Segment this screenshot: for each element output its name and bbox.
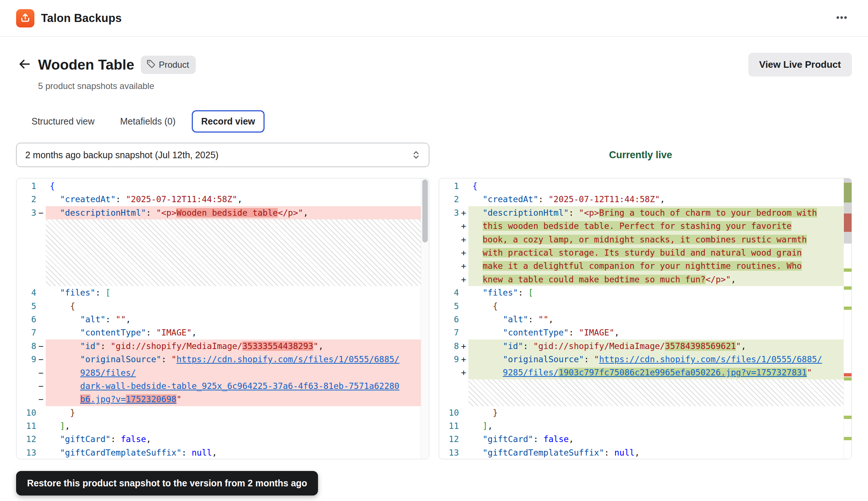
overview-ruler[interactable] bbox=[843, 178, 852, 459]
code-token: </p>" bbox=[706, 275, 731, 284]
diff-marker bbox=[459, 286, 468, 299]
code-token bbox=[472, 341, 503, 351]
diff-row: 13 "giftCardTemplateSuffix": null, bbox=[16, 446, 429, 459]
diff-editor-old[interactable]: 1{2 "createdAt": "2025-07-12T11:44:58Z",… bbox=[16, 178, 429, 459]
code-token: , bbox=[731, 275, 736, 284]
scrollbar-track[interactable] bbox=[421, 178, 429, 459]
code-token: null bbox=[192, 448, 212, 457]
code-token: : bbox=[584, 355, 594, 364]
view-live-product-button[interactable]: View Live Product bbox=[748, 53, 852, 77]
diff-row: 9− "originalSource": "https://cdn.shopif… bbox=[16, 353, 429, 366]
url-link[interactable]: dark-wall-bedside-table_925x_6c964225-37… bbox=[80, 381, 399, 391]
diff-marker bbox=[36, 446, 46, 459]
code-token: , bbox=[741, 341, 746, 351]
diff-row: + make it a delightful companion for you… bbox=[439, 259, 852, 272]
code-token bbox=[472, 328, 503, 337]
code-line: } bbox=[468, 406, 852, 419]
ruler-removed-mark bbox=[844, 373, 852, 376]
line-number: 12 bbox=[16, 433, 36, 446]
currently-live-label: Currently live bbox=[429, 149, 852, 161]
code-token bbox=[472, 301, 493, 311]
url-link[interactable]: https://cdn.shopify.com/s/files/1/0555/6… bbox=[599, 355, 822, 364]
tab-structured-view[interactable]: Structured view bbox=[22, 110, 104, 133]
url-link[interactable]: b6 bbox=[80, 394, 90, 404]
code-line: knew a table could make bedtime so much … bbox=[468, 273, 852, 286]
line-number bbox=[439, 219, 459, 233]
diff-marker bbox=[36, 193, 46, 206]
diff-marker bbox=[36, 406, 46, 419]
code-line: "giftCardTemplateSuffix": null, bbox=[46, 446, 429, 459]
code-token bbox=[50, 448, 60, 457]
url-link[interactable]: 9285/files/ bbox=[80, 368, 136, 378]
tab-record-view[interactable]: Record view bbox=[192, 110, 265, 133]
diff-row: 5 { bbox=[16, 300, 429, 313]
url-link[interactable]: 1903c797fc75086c21e9965efa050226.jpg?v=1… bbox=[558, 368, 807, 377]
diff-row: 3− "descriptionHtml": "<p>Wooden bedside… bbox=[16, 206, 429, 219]
line-number: 7 bbox=[16, 326, 36, 339]
code-line: "createdAt": "2025-07-12T11:44:58Z", bbox=[468, 193, 852, 206]
code-token: "createdAt" bbox=[60, 194, 116, 204]
code-token bbox=[472, 448, 483, 457]
code-token: } bbox=[70, 408, 75, 417]
back-button[interactable] bbox=[16, 56, 33, 73]
diff-marker: + bbox=[459, 206, 468, 219]
code-token bbox=[472, 261, 483, 271]
diff-row: 8+ "id": "gid://shopify/MediaImage/35784… bbox=[439, 339, 852, 353]
code-token bbox=[472, 275, 483, 284]
code-token: : bbox=[100, 341, 111, 351]
code-token: Wooden bedside table bbox=[176, 208, 278, 218]
code-line: "alt": "", bbox=[468, 313, 852, 326]
line-number: 5 bbox=[16, 300, 36, 313]
tab-metafields[interactable]: Metafields (0) bbox=[111, 110, 185, 133]
alignment-filler bbox=[468, 379, 852, 406]
talon-backups-app: Talon Backups Wooden Table bbox=[0, 0, 868, 501]
code-token: "giftCardTemplateSuffix" bbox=[483, 448, 604, 457]
url-link[interactable]: 9285/files/ bbox=[503, 368, 558, 377]
line-number bbox=[439, 259, 459, 272]
code-token: false bbox=[543, 434, 569, 444]
code-line: "contentType": "IMAGE", bbox=[46, 326, 429, 339]
diff-row: 6 "alt": "", bbox=[16, 313, 429, 326]
diff-row: − 9285/files/ bbox=[16, 366, 429, 379]
line-number bbox=[16, 366, 36, 379]
url-link[interactable]: 1752320698 bbox=[126, 394, 176, 404]
ruler-added-mark bbox=[844, 377, 852, 381]
code-line: "giftCardTemplateSuffix": null, bbox=[468, 446, 852, 459]
code-line: { bbox=[46, 300, 429, 313]
code-token bbox=[472, 434, 483, 444]
diff-marker: − bbox=[36, 206, 46, 219]
diff-row: 10 } bbox=[16, 406, 429, 419]
diff-row: + 9285/files/1903c797fc75086c21e9965efa0… bbox=[439, 366, 852, 379]
code-token: , bbox=[614, 328, 620, 337]
diff-marker bbox=[36, 326, 46, 339]
diff-marker: + bbox=[459, 259, 468, 272]
diff-editor-live[interactable]: 1{2 "createdAt": "2025-07-12T11:44:58Z",… bbox=[439, 178, 852, 459]
url-link[interactable]: .jpg?v= bbox=[90, 394, 126, 404]
code-token bbox=[472, 355, 503, 364]
diff-marker: + bbox=[459, 366, 468, 379]
diff-marker bbox=[459, 406, 468, 419]
code-token: null bbox=[614, 448, 635, 457]
code-token: , bbox=[212, 448, 217, 457]
code-token: } bbox=[493, 408, 498, 417]
overflow-menu-button[interactable] bbox=[831, 10, 852, 26]
url-link[interactable]: https://cdn.shopify.com/s/files/1/0555/6… bbox=[176, 355, 399, 364]
code-token: "gid://shopify/MediaImage/ bbox=[111, 341, 242, 351]
diff-marker bbox=[459, 313, 468, 326]
code-token: { bbox=[472, 181, 478, 191]
code-token: , bbox=[303, 208, 308, 218]
code-token: "alt" bbox=[80, 315, 105, 324]
snapshot-select[interactable]: 2 months ago backup snapshot (Jul 12th, … bbox=[16, 143, 429, 167]
code-token bbox=[50, 421, 60, 431]
line-number: 13 bbox=[16, 446, 36, 459]
line-number: 6 bbox=[439, 313, 459, 326]
code-line: "files": [ bbox=[468, 286, 852, 299]
diff-spacer-row bbox=[16, 219, 429, 286]
restore-snapshot-button[interactable]: Restore this product snapshot to the ver… bbox=[16, 471, 318, 496]
code-token: 35333554438293 bbox=[242, 341, 313, 351]
scrollbar-thumb[interactable] bbox=[422, 179, 428, 242]
backup-upload-icon bbox=[19, 12, 31, 25]
ruler-added-mark bbox=[844, 437, 852, 440]
diff-row: + with practical storage. Its sturdy bui… bbox=[439, 246, 852, 259]
code-token: "id" bbox=[80, 341, 100, 351]
